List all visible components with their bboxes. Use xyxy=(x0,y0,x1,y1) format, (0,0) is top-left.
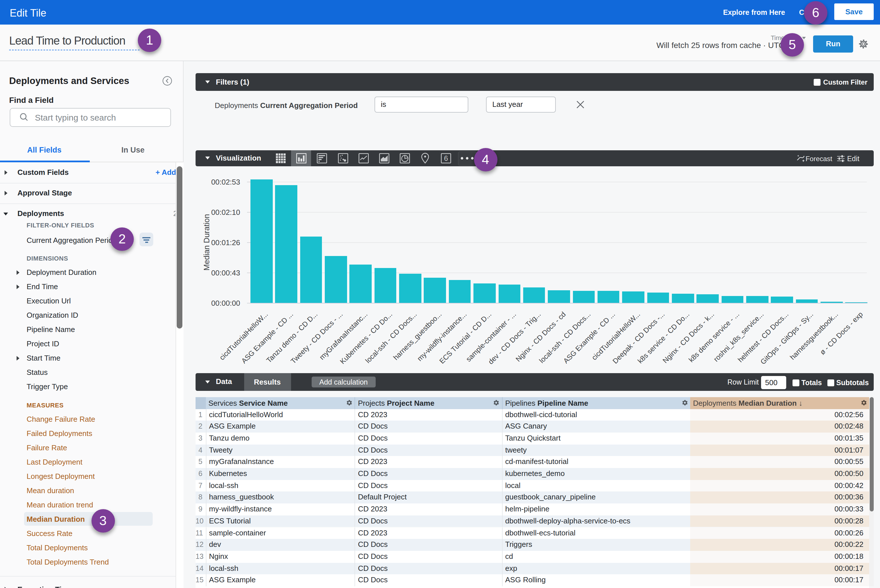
svg-text:6: 6 xyxy=(444,154,448,162)
